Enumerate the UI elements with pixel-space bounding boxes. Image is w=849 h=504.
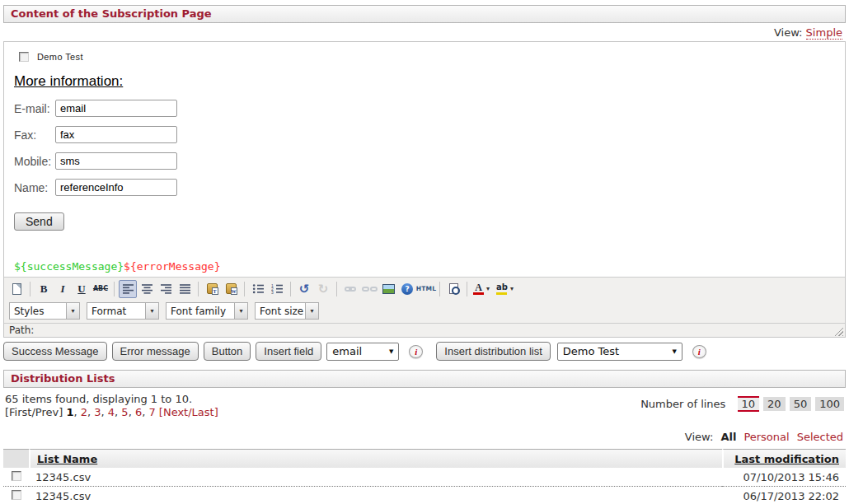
lines-option-10[interactable]: 10 [738, 396, 760, 412]
html-source-icon[interactable]: HTML [417, 280, 435, 298]
toolbar-separator [467, 282, 467, 296]
editor-status-bar: Path: [4, 323, 845, 337]
items-summary: 65 items found, displaying 1 to 10. [5, 393, 218, 406]
select-arrow-icon: ▼ [382, 348, 393, 355]
pagination: [First/Prev] 1234567 [Next/Last] [5, 406, 218, 419]
new-document-icon[interactable] [7, 280, 26, 298]
insert-field-select[interactable]: email ▼ [326, 343, 399, 361]
help-icon[interactable]: ? [398, 280, 416, 298]
insert-field-button[interactable]: Insert field [256, 342, 321, 361]
link-icon[interactable] [341, 280, 359, 298]
error-message-button[interactable]: Error message [112, 342, 199, 361]
svg-text:3: 3 [271, 290, 274, 294]
font-size-select[interactable]: Font size ▾ [255, 302, 319, 320]
lines-option-50[interactable]: 50 [790, 397, 812, 411]
last-modification-cell: 07/10/2013 15:46 [722, 468, 846, 487]
email-field[interactable] [55, 100, 177, 117]
font-family-select[interactable]: Font family ▾ [166, 302, 248, 320]
text-color-icon[interactable]: A ▾ [471, 280, 494, 298]
highlight-color-dropdown-arrow[interactable]: ▾ [508, 285, 516, 292]
undo-icon[interactable]: ↺ [295, 280, 313, 298]
view-toggle-row: View: Simple [0, 26, 842, 39]
chevron-down-icon[interactable]: ▾ [145, 303, 158, 319]
chevron-down-icon[interactable]: ▾ [234, 303, 247, 319]
toolbar-separator [439, 282, 440, 296]
fax-field[interactable] [55, 126, 177, 143]
lines-option-20[interactable]: 20 [763, 397, 786, 411]
toolbar-separator [290, 282, 291, 296]
fax-field-row: Fax: [14, 126, 845, 143]
paste-as-text-icon[interactable]: T [203, 280, 221, 298]
bullet-list-icon[interactable] [249, 280, 267, 298]
insert-distribution-list-button[interactable]: Insert distribution list [436, 342, 551, 361]
row-checkbox[interactable] [12, 471, 21, 481]
list-name-header[interactable]: List Name [29, 449, 722, 468]
table-header-row: List Name Last modification [3, 449, 846, 468]
bold-icon[interactable]: B [35, 280, 53, 298]
section-title-subscription-page: Content of the Subscription Page [3, 5, 846, 23]
list-name-cell: 12345.csv [29, 487, 722, 504]
view-filter-personal[interactable]: Personal [743, 431, 789, 443]
first-prev-label: [First/Prev] [5, 406, 63, 418]
chevron-down-icon[interactable]: ▾ [305, 303, 318, 319]
table-row: 12345.csv 06/17/2013 22:02 [3, 487, 846, 504]
paste-from-word-icon[interactable]: W [222, 280, 240, 298]
unlink-icon[interactable] [360, 280, 378, 298]
demo-test-checkbox-label: Demo Test [37, 52, 83, 62]
send-button[interactable]: Send [14, 212, 64, 231]
select-arrow-icon: ▼ [665, 348, 676, 355]
toolbar-separator [114, 282, 115, 296]
editor-toolbar: B I U ABC T W 123 ↺ ↻ ? [4, 277, 845, 300]
styles-select[interactable]: Styles ▾ [9, 302, 80, 320]
message-placeholders: ${successMessage}${errorMessage} [14, 260, 845, 273]
preview-icon[interactable] [444, 280, 462, 298]
demo-test-checkbox[interactable] [19, 52, 29, 62]
view-simple-link[interactable]: Simple [806, 26, 842, 40]
email-field-label: E-mail: [14, 102, 55, 115]
row-checkbox[interactable] [12, 490, 21, 500]
align-justify-icon[interactable] [176, 280, 194, 298]
editor-select-toolbar: Styles ▾ Format ▾ Font family ▾ Font siz… [4, 300, 845, 323]
view-toggle-label: View: [774, 26, 803, 39]
redo-icon[interactable]: ↻ [314, 280, 332, 298]
editor-content-area[interactable]: Demo Test More information: E-mail: Fax:… [4, 42, 845, 277]
info-icon[interactable]: i [409, 345, 423, 358]
align-right-icon[interactable] [157, 280, 175, 298]
view-filter-all[interactable]: All [720, 431, 736, 443]
toolbar-separator [30, 282, 30, 296]
italic-icon[interactable]: I [54, 280, 72, 298]
distribution-list-select[interactable]: Demo Test ▼ [557, 343, 682, 361]
distribution-list-table: List Name Last modification 12345.csv 07… [3, 449, 846, 504]
lines-option-100[interactable]: 100 [815, 397, 844, 411]
next-last-link[interactable]: [Next/Last] [159, 406, 218, 418]
view-filter-selected[interactable]: Selected [797, 431, 843, 443]
success-message-button[interactable]: Success Message [3, 342, 107, 361]
demo-test-checkbox-row: Demo Test [19, 52, 845, 62]
insert-image-icon[interactable] [379, 280, 397, 298]
name-field[interactable] [55, 179, 177, 196]
button-button[interactable]: Button [204, 342, 251, 361]
format-select[interactable]: Format ▾ [87, 302, 159, 320]
page-link[interactable]: 6 [129, 406, 143, 418]
page-link[interactable]: 5 [115, 406, 129, 418]
page-link[interactable]: 2 [73, 406, 87, 418]
align-left-icon[interactable] [119, 280, 137, 298]
chevron-down-icon[interactable]: ▾ [66, 303, 79, 319]
page-link[interactable]: 4 [101, 406, 115, 418]
highlight-color-icon[interactable]: ab ▾ [495, 280, 518, 298]
info-icon[interactable]: i [692, 345, 706, 358]
resize-grip-icon[interactable] [833, 325, 843, 336]
page-link[interactable]: 3 [87, 406, 101, 418]
align-center-icon[interactable] [138, 280, 156, 298]
mobile-field[interactable] [55, 152, 177, 170]
strikethrough-icon[interactable]: ABC [91, 280, 110, 298]
page-link[interactable]: 7 [142, 406, 156, 418]
numbered-list-icon[interactable]: 123 [268, 280, 286, 298]
mobile-field-label: Mobile: [14, 155, 55, 168]
underline-icon[interactable]: U [73, 280, 91, 298]
toolbar-separator [244, 282, 245, 296]
editor-action-row: Success Message Error message Button Ins… [3, 342, 846, 361]
table-row: 12345.csv 07/10/2013 15:46 [3, 468, 846, 487]
last-modification-header[interactable]: Last modification [722, 449, 846, 468]
text-color-dropdown-arrow[interactable]: ▾ [484, 285, 492, 292]
